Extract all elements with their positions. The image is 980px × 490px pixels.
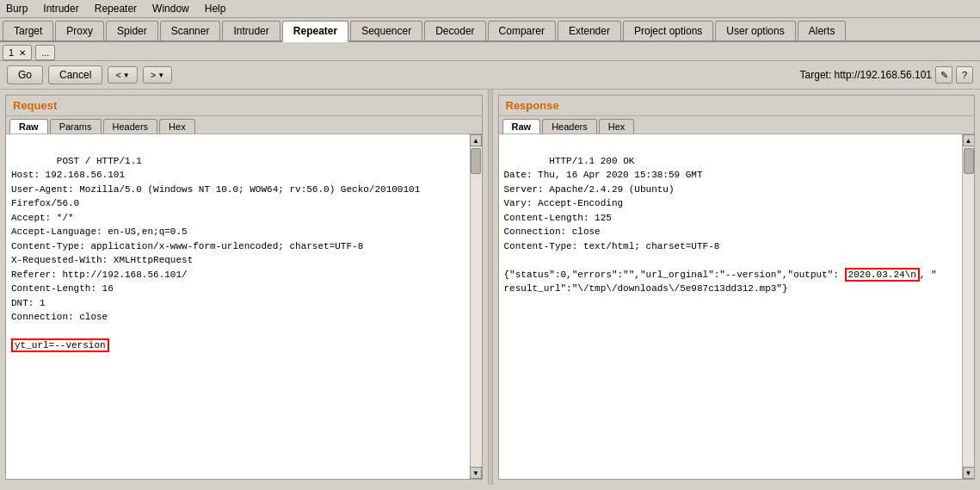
forward-button[interactable]: > ▼ [143,66,172,84]
menu-bar: Burp Intruder Repeater Window Help [0,0,980,18]
tab-extender[interactable]: Extender [558,21,621,40]
request-tab-hex[interactable]: Hex [159,119,195,133]
tab-alerts[interactable]: Alerts [798,21,847,40]
request-panel-header: Request [6,96,482,116]
toolbar: Go Cancel < ▼ > ▼ Target: http://192.168… [0,61,980,90]
response-tab-raw[interactable]: Raw [502,119,541,133]
request-tab-params[interactable]: Params [50,119,102,133]
main-tab-bar: Target Proxy Spider Scanner Intruder Rep… [0,18,980,42]
response-tabs: Raw Headers Hex [499,116,975,134]
menu-repeater[interactable]: Repeater [92,2,139,16]
tab-proxy[interactable]: Proxy [55,21,104,40]
response-scrollbar[interactable]: ▲ ▼ [962,134,974,479]
tab-target[interactable]: Target [3,21,53,40]
target-label: Target: http://192.168.56.101 [800,69,932,81]
scroll-down-arrow[interactable]: ▼ [470,467,482,479]
response-content[interactable]: HTTP/1.1 200 OK Date: Thu, 16 Apr 2020 1… [499,134,975,479]
response-highlighted: 2020.03.24\n [845,268,920,282]
menu-window[interactable]: Window [150,2,192,16]
tab-spider[interactable]: Spider [106,21,158,40]
tab-project-options[interactable]: Project options [623,21,713,40]
sub-tab-bar: 1 ✕ ... [0,42,980,61]
response-panel: Response Raw Headers Hex HTTP/1.1 200 OK… [498,95,976,480]
request-panel: Request Raw Params Headers Hex POST / HT… [5,95,483,480]
go-button[interactable]: Go [7,65,43,84]
menu-burp[interactable]: Burp [3,2,30,16]
tab-comparer[interactable]: Comparer [488,21,556,40]
tab-sequencer[interactable]: Sequencer [350,21,422,40]
request-text: POST / HTTP/1.1 Host: 192.168.56.101 Use… [6,134,482,372]
response-tab-headers[interactable]: Headers [542,119,597,133]
request-content[interactable]: POST / HTTP/1.1 Host: 192.168.56.101 Use… [6,134,482,479]
sub-tab-more[interactable]: ... [35,45,55,60]
close-icon[interactable]: ✕ [19,48,26,58]
scroll-thumb[interactable] [471,148,481,174]
menu-help[interactable]: Help [202,2,229,16]
help-button[interactable]: ? [956,66,973,84]
content-area: Request Raw Params Headers Hex POST / HT… [0,90,980,485]
response-scroll-down-arrow[interactable]: ▼ [963,467,975,479]
request-tab-headers[interactable]: Headers [103,119,158,133]
panel-divider [488,90,493,485]
scroll-up-arrow[interactable]: ▲ [470,134,482,146]
tab-user-options[interactable]: User options [715,21,795,40]
tab-decoder[interactable]: Decoder [424,21,485,40]
sub-tab-1[interactable]: 1 ✕ [3,45,32,60]
menu-intruder[interactable]: Intruder [40,2,81,16]
request-tab-raw[interactable]: Raw [9,119,48,133]
chevron-down-icon: ▼ [123,71,130,79]
edit-target-button[interactable]: ✎ [935,66,952,84]
response-scroll-up-arrow[interactable]: ▲ [963,134,975,146]
response-panel-header: Response [499,96,975,116]
chevron-down-icon: ▼ [157,71,164,79]
response-tab-hex[interactable]: Hex [599,119,635,133]
request-scrollbar[interactable]: ▲ ▼ [470,134,482,479]
tab-intruder[interactable]: Intruder [222,21,280,40]
request-highlighted: yt_url=--version [11,338,109,352]
tab-scanner[interactable]: Scanner [160,21,221,40]
response-text: HTTP/1.1 200 OK Date: Thu, 16 Apr 2020 1… [499,134,975,315]
target-info: Target: http://192.168.56.101 ✎ ? [800,66,973,84]
tab-repeater[interactable]: Repeater [282,21,348,42]
back-button[interactable]: < ▼ [108,66,137,84]
response-scroll-thumb[interactable] [964,148,974,174]
request-tabs: Raw Params Headers Hex [6,116,482,134]
cancel-button[interactable]: Cancel [48,65,102,84]
